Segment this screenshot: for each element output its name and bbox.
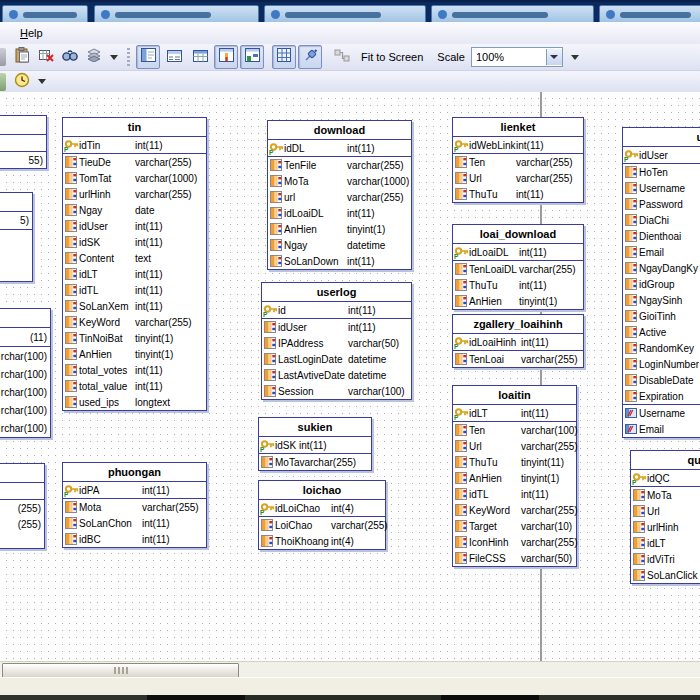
field-name: DiaChi [639,215,700,226]
svg-text:P: P [454,253,459,259]
table-row: Email [623,421,700,437]
svg-text:P: P [260,446,265,452]
table-delete-button[interactable] [34,45,58,69]
primary-key-icon: P [268,142,284,155]
field-icon [623,374,639,386]
navigator-palette-toggle[interactable] [136,45,160,69]
table-row: idUserint(11) [262,319,411,335]
table-phuongan[interactable]: phuonganPidPAint(11)Motavarchar(255)SoLa… [62,462,207,548]
table-loaitin[interactable]: loaitinPidLTint(11)Tenvarchar(100)Urlvar… [452,385,577,567]
field-icon [63,300,79,312]
table-quangcao[interactable]: quangcaoPidQCMoTaUrlurlHinhidLTidViTriSo… [630,450,700,584]
scrollbar-thumb[interactable] [2,663,239,678]
field-icon [262,353,278,365]
fit-to-screen-button[interactable]: Fit to Screen [355,48,429,66]
table-lienket[interactable]: lienketPidWebLinkint(11)Tenvarchar(255)U… [452,117,584,203]
primary-key-icon: P [63,484,79,497]
scale-value[interactable]: 100% [472,51,546,63]
table-row: GioiTinh [623,308,700,324]
field-icon [453,353,469,365]
tab-favicon-icon [606,10,615,19]
field-type: int(11) [347,208,375,219]
field-name: used_ips [79,397,135,408]
table-row: rchar(100) [0,383,50,401]
table-tin[interactable]: tinPidTinint(11)TieuDevarchar(255)TomTat… [62,117,207,411]
table-row: PidDLint(11) [268,140,411,157]
field-name: TenLoaiDL [469,264,519,275]
layers-button[interactable] [82,45,106,69]
field-type: varchar(255) [135,189,192,200]
table-row: TieuDevarchar(255) [63,154,206,170]
preview-palette-toggle[interactable] [240,45,264,69]
partial-table-3[interactable]: (11)rchar(100)rchar(100)rchar(100)rchar(… [0,308,51,438]
cut-toolbar-icon [0,48,6,66]
find-button[interactable] [58,45,82,69]
horizontal-scrollbar[interactable] [0,661,700,678]
snap-to-grid-icon [303,48,318,67]
tab-title-blur [115,12,211,18]
navigator-palette-icon [141,48,156,66]
table-row: idViTri [631,551,700,567]
snap-to-grid-toggle[interactable] [298,45,322,69]
field-icon [631,553,647,565]
table-loichao[interactable]: loichaoPidLoiChaoint(4)LoiChaovarchar(25… [258,480,386,550]
field-icon [262,337,278,349]
field-name: Username [639,183,700,194]
field-type: datetime [348,370,386,381]
partial-table-2[interactable]: 5) [0,192,33,282]
field-name: Session [278,386,348,397]
table-sukien[interactable]: sukienPidSKint(11)MoTavarchar(255) [258,417,372,471]
table-row: idLoaiDLint(11) [268,205,411,221]
scale-dropdown-button[interactable] [546,49,562,65]
menu-help[interactable]: Help [12,25,51,41]
table-row: IPAddressvarchar(50) [262,335,411,351]
field-name: Url [469,173,516,184]
toolbar-more-arrow[interactable] [110,55,118,60]
scale-combobox[interactable]: 100% [471,47,563,67]
clipboard-paste-button[interactable] [10,45,34,69]
field-type: int(11) [299,440,327,451]
field-name: idLT [647,538,700,549]
field-name: Content [79,253,135,264]
datatypes-palette-toggle[interactable] [162,45,186,69]
table-row: Dienthoai [623,228,700,244]
partial-table-4[interactable]: (255)(255) [0,463,45,549]
clock-button[interactable] [10,70,34,94]
toolbar2-more-arrow[interactable] [38,79,46,84]
table-row: idTLint(11) [63,282,206,298]
table-row: Targetvarchar(10) [453,518,576,534]
field-icon [623,390,639,402]
field-type: int(11) [142,485,170,496]
table-row: ThuTuint(11) [453,186,583,202]
table-loai_download[interactable]: loai_downloadPidLoaiDLint(11)TenLoaiDLva… [452,224,584,310]
properties-palette-toggle[interactable] [214,45,238,69]
field-name: Username [639,408,700,419]
field-name: TenFile [284,160,347,171]
connector-tool-toggle[interactable] [330,45,354,69]
scale-more-arrow[interactable] [571,55,579,60]
partial-table-1[interactable]: 55) [0,115,47,169]
field-icon [631,537,647,549]
field-type: int(11) [521,408,549,419]
table-zgallery_loaihinh[interactable]: zgallery_loaihinhPidLoaiHinhint(11)TenLo… [452,314,584,368]
field-name: idLoiChao [275,503,331,514]
table-title: phuongan [63,463,206,482]
field-icon [63,501,79,513]
index-icon [623,407,639,419]
tab-title-blur [452,12,548,18]
table-row: rchar(100) [0,365,50,383]
toolbar-grip[interactable] [127,48,130,66]
field-type: int(11) [135,237,163,248]
field-type: int(11) [135,365,163,376]
table-userlog[interactable]: userlogPidint(11)idUserint(11)IPAddressv… [261,282,412,400]
field-icon [453,552,469,564]
table-title: loaitin [453,386,576,405]
table-user[interactable]: userPidUserHoTenUsernamePasswordDiaChiDi… [622,127,700,438]
table-download[interactable]: downloadPidDLint(11)TenFilevarchar(255)M… [267,120,412,270]
tables-palette-toggle[interactable] [188,45,212,69]
show-grid-toggle[interactable] [272,45,296,69]
field-icon [63,220,79,232]
diagram-canvas[interactable]: tinPidTinint(11)TieuDevarchar(255)TomTat… [0,92,700,661]
main-toolbar: Fit to Screen Scale 100% [0,44,700,71]
table-row: Tenvarchar(255) [453,154,583,170]
